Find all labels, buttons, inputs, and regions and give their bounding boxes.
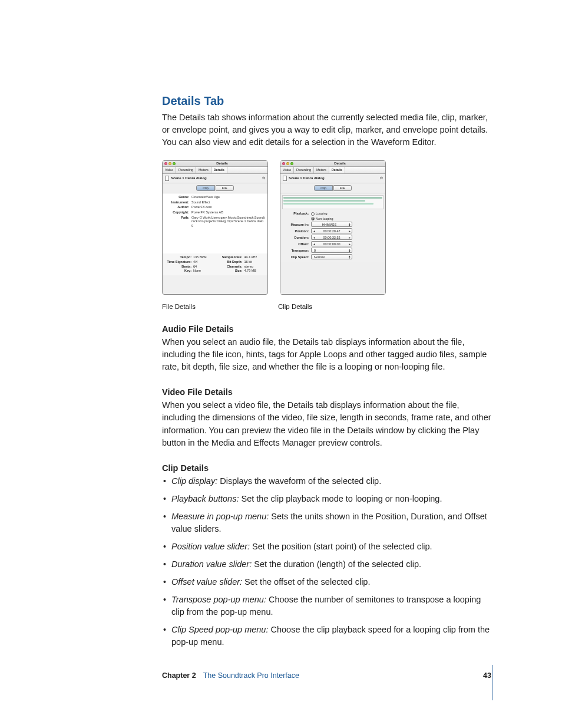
file-details-panel: Details Video Recording Meters Details S…	[162, 160, 268, 295]
minimize-light-icon[interactable]	[168, 162, 171, 165]
gear-icon[interactable]: ✿	[380, 176, 383, 180]
duration-slider[interactable]: ◂00:00:33.52▸	[311, 235, 352, 240]
tab-recording[interactable]: Recording	[294, 167, 314, 173]
tab-meters[interactable]: Meters	[314, 167, 329, 173]
subtab-file[interactable]: File	[216, 185, 234, 192]
tab-meters[interactable]: Meters	[196, 167, 211, 173]
nonlooping-radio[interactable]	[311, 217, 315, 220]
page-number: 43	[483, 671, 491, 680]
left-arrow-icon[interactable]: ◂	[312, 229, 316, 233]
left-arrow-icon[interactable]: ◂	[312, 236, 316, 240]
channels-label: Channels:	[216, 265, 244, 269]
measure-label: Measure in:	[283, 223, 311, 227]
subtab-clip[interactable]: Clip	[196, 185, 214, 192]
waveform-display	[282, 195, 384, 209]
file-panel-body: Genre:Cinematic/New Age Instrument:Sound…	[163, 193, 267, 253]
panel-title: Details	[295, 162, 385, 166]
beats-value: 64	[193, 265, 197, 269]
right-arrow-icon[interactable]: ▸	[347, 236, 352, 240]
measure-select[interactable]: HHMMSS▴▾	[311, 222, 352, 227]
transpose-value: 0	[312, 249, 347, 253]
path-value: Gary G Work:Users:gary:Music:Soundtrack:…	[191, 216, 265, 228]
subtab-file[interactable]: File	[333, 185, 352, 192]
close-light-icon[interactable]	[164, 162, 167, 165]
right-margin-rule	[492, 665, 492, 700]
video-file-details-heading: Video File Details	[162, 387, 491, 397]
panel-tabs: Video Recording Meters Details	[280, 167, 385, 174]
audio-file-details-body: When you select an audio file, the Detai…	[162, 336, 491, 373]
offset-label: Offset:	[283, 242, 311, 246]
instrument-label: Instrument:	[165, 200, 191, 205]
tab-details[interactable]: Details	[329, 167, 345, 173]
tempo-label: Tempo:	[165, 255, 193, 259]
looping-label: Looping	[316, 212, 328, 216]
tab-details[interactable]: Details	[211, 167, 227, 173]
samplerate-label: Sample Rate:	[216, 255, 244, 259]
position-value: 00:00:20.47	[316, 229, 347, 233]
panel-titlebar: Details	[163, 161, 267, 167]
playback-label: Playback:	[283, 212, 311, 216]
tempo-value: 135 BPM	[193, 255, 207, 259]
path-label: Path:	[165, 216, 191, 228]
copyright-label: Copyright:	[165, 210, 191, 215]
subtab-clip[interactable]: Clip	[314, 185, 332, 192]
copyright-value: PowerFX Systems AB	[191, 210, 265, 215]
position-slider[interactable]: ◂00:00:20.47▸	[311, 228, 352, 233]
right-arrow-icon[interactable]: ▸	[347, 242, 352, 246]
caption-clip: Clip Details	[278, 303, 312, 310]
size-label: Size:	[216, 269, 244, 273]
clip-details-list: Clip display: Displays the waveform of t…	[162, 475, 491, 648]
bullet-term: Clip display:	[171, 476, 217, 486]
gear-icon[interactable]: ✿	[262, 176, 265, 180]
author-value: PowerFX.com	[191, 205, 265, 209]
left-arrow-icon[interactable]: ◂	[312, 242, 316, 246]
list-item: Offset value slider: Set the offset of t…	[162, 576, 491, 588]
tab-video[interactable]: Video	[163, 167, 176, 173]
clipspeed-value: Normal	[312, 255, 347, 259]
looping-radio[interactable]	[311, 212, 315, 216]
list-item: Clip Speed pop-up menu: Choose the clip …	[162, 624, 491, 648]
transpose-label: Transpose:	[283, 249, 311, 253]
bullet-text: Set the clip playback mode to looping or…	[239, 494, 442, 503]
author-label: Author:	[165, 205, 191, 209]
updown-icon: ▴▾	[347, 249, 352, 252]
video-file-details-body: When you select a video file, the Detail…	[162, 399, 491, 449]
position-label: Position:	[283, 229, 311, 233]
tab-video[interactable]: Video	[280, 167, 294, 173]
list-item: Duration value slider: Set the duration …	[162, 558, 491, 571]
transpose-select[interactable]: 0▴▾	[311, 248, 352, 253]
bitdepth-label: Bit Depth:	[216, 260, 244, 264]
bullet-text: Displays the waveform of the selected cl…	[217, 476, 381, 486]
duration-label: Duration:	[283, 236, 311, 240]
bullet-text: Set the position (start point) of the se…	[250, 542, 432, 551]
minimize-light-icon[interactable]	[286, 162, 289, 165]
clipspeed-select[interactable]: Normal▴▾	[311, 254, 352, 259]
bullet-term: Position value slider:	[171, 542, 250, 551]
page-footer: Chapter 2 The Soundtrack Pro Interface 4…	[162, 671, 491, 680]
clip-details-panel: Details Video Recording Meters Details S…	[280, 160, 386, 295]
bullet-term: Transpose pop-up menu:	[171, 595, 266, 604]
figure-row: Details Video Recording Meters Details S…	[162, 160, 491, 310]
intro-paragraph: The Details tab shows information about …	[162, 111, 491, 149]
tab-recording[interactable]: Recording	[176, 167, 196, 173]
duration-value: 00:00:33.52	[316, 236, 347, 240]
list-item: Position value slider: Set the position …	[162, 541, 491, 553]
right-arrow-icon[interactable]: ▸	[347, 229, 352, 233]
beats-label: Beats:	[165, 265, 193, 269]
offset-value: 00:00:00.00	[316, 242, 347, 246]
list-item: Transpose pop-up menu: Choose the number…	[162, 594, 491, 618]
bullet-term: Offset value slider:	[171, 577, 242, 587]
clip-filename: Scene 1 Debra dialog	[171, 176, 207, 180]
chapter-label: Chapter 2	[162, 671, 196, 680]
bullet-text: Set the offset of the selected clip.	[242, 577, 370, 587]
clip-filename: Scene 1 Debra dialog	[289, 176, 325, 180]
timesignature-value: 4/4	[193, 260, 198, 264]
zoom-light-icon[interactable]	[290, 162, 293, 165]
bullet-term: Clip Speed pop-up menu:	[171, 625, 268, 634]
offset-slider[interactable]: ◂00:00:00.00▸	[311, 241, 352, 246]
clip-details-heading: Clip Details	[162, 463, 491, 473]
key-label: Key:	[165, 269, 193, 273]
nonlooping-label: Non-looping	[316, 217, 333, 221]
close-light-icon[interactable]	[282, 162, 285, 165]
zoom-light-icon[interactable]	[173, 162, 176, 165]
